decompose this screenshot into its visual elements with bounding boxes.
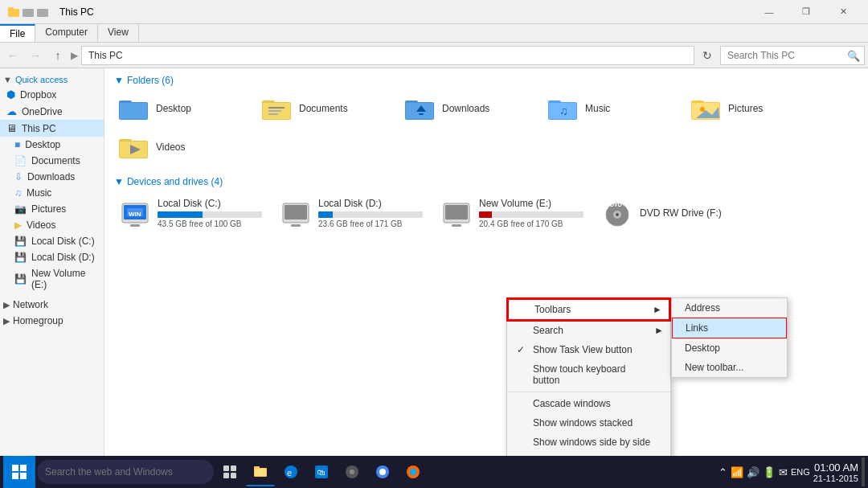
sidebar-group-quick-access[interactable]: ▼ Quick access	[0, 72, 104, 86]
ctx-separator-1	[507, 392, 670, 392]
drives-section-header[interactable]: ▼ Devices and drives (4)	[114, 176, 858, 187]
maximize-button[interactable]: ❐	[788, 0, 825, 24]
svg-text:WIN: WIN	[129, 211, 141, 218]
sidebar-item-local-c[interactable]: 💾 Local Disk (C:)	[0, 233, 104, 249]
videos-icon: ▶	[14, 219, 22, 231]
address-input[interactable]	[81, 46, 694, 65]
back-button[interactable]: ←	[3, 46, 23, 65]
folder-videos[interactable]: Videos	[114, 131, 251, 163]
drive-e[interactable]: New Volume (E:) 20.4 GB free of 170 GB	[436, 194, 588, 232]
chrome-taskbar-icon[interactable]	[368, 457, 397, 486]
folder-desktop[interactable]: Desktop	[114, 92, 251, 125]
tab-file[interactable]: File	[0, 24, 35, 42]
network-icon[interactable]: 📶	[731, 466, 743, 478]
downloads-icon: ⇩	[14, 171, 23, 182]
submenu-new-toolbar[interactable]: New toolbar...	[672, 358, 787, 377]
svg-rect-53	[231, 473, 236, 478]
edge-taskbar-icon[interactable]: e	[276, 457, 305, 486]
taskbar-search-input[interactable]	[37, 460, 214, 484]
svg-text:e: e	[287, 468, 292, 478]
submenu-desktop[interactable]: Desktop	[672, 338, 787, 358]
sidebar-item-pictures[interactable]: 📷 Pictures	[0, 201, 104, 217]
sidebar-item-new-volume[interactable]: 💾 New Volume (E:)	[0, 265, 104, 293]
forward-button[interactable]: →	[26, 46, 45, 65]
file-explorer-taskbar-icon[interactable]	[246, 457, 275, 486]
tab-view[interactable]: View	[98, 24, 139, 42]
firefox-taskbar-icon[interactable]	[399, 457, 428, 486]
svg-rect-41	[452, 224, 461, 227]
ctx-search[interactable]: Search ►	[507, 321, 670, 340]
start-button[interactable]	[3, 456, 35, 488]
close-button[interactable]: ✕	[825, 0, 862, 24]
ctx-toolbars[interactable]: Toolbars ►	[507, 298, 670, 321]
sidebar-item-onedrive[interactable]: ☁ OneDrive	[0, 103, 104, 120]
sidebar-item-videos[interactable]: ▶ Videos	[0, 217, 104, 233]
submenu-address[interactable]: Address	[672, 298, 787, 318]
up-button[interactable]: ↑	[48, 46, 68, 65]
toolbars-arrow-icon: ►	[653, 304, 662, 315]
folders-grid: Desktop Documents	[114, 92, 858, 163]
date-display: 21-11-2015	[813, 474, 858, 483]
minimize-button[interactable]: —	[751, 0, 788, 24]
show-desktop-button[interactable]	[862, 457, 865, 486]
refresh-button[interactable]: ↻	[698, 46, 717, 65]
disk-c-icon: 💾	[14, 236, 27, 247]
svg-text:DVD: DVD	[610, 202, 622, 207]
ctx-stacked[interactable]: Show windows stacked	[507, 413, 670, 433]
folders-label: Folders (6)	[127, 75, 174, 86]
sidebar-item-local-d[interactable]: 💾 Local Disk (D:)	[0, 249, 104, 265]
sidebar-item-dropbox[interactable]: ⬢ Dropbox	[0, 86, 104, 103]
battery-icon[interactable]: 🔋	[763, 466, 776, 478]
folder-music[interactable]: ♫ Music	[543, 92, 680, 125]
svg-rect-17	[419, 113, 424, 115]
sidebar-item-this-pc[interactable]: 🖥 This PC	[0, 120, 104, 137]
drives-grid: WIN Local Disk (C:) 43.5 GB free of 100 …	[114, 194, 858, 232]
folder-pictures[interactable]: Pictures	[686, 92, 823, 125]
taskbar-clock[interactable]: 01:00 AM 21-11-2015	[813, 461, 858, 483]
folders-section-header[interactable]: ▼ Folders (6)	[114, 75, 858, 86]
svg-point-66	[410, 469, 416, 475]
folders-collapse-icon: ▼	[114, 75, 124, 86]
svg-rect-12	[268, 113, 278, 115]
svg-rect-56	[255, 469, 266, 476]
ribbon: File Computer View	[0, 24, 868, 43]
store-taskbar-icon[interactable]: 🛍	[307, 457, 336, 486]
ctx-side-by-side[interactable]: Show windows side by side	[507, 433, 670, 452]
system-tray: ⌃ 📶 🔊 🔋 ✉	[719, 466, 788, 478]
drive-d[interactable]: Local Disk (D:) 23.6 GB free of 171 GB	[275, 194, 428, 232]
drive-c[interactable]: WIN Local Disk (C:) 43.5 GB free of 100 …	[114, 194, 267, 232]
documents-icon: 📄	[14, 155, 27, 166]
search-arrow-icon: ►	[654, 325, 664, 336]
svg-point-62	[350, 470, 354, 474]
sidebar-item-documents[interactable]: 📄 Documents	[0, 153, 104, 169]
language-indicator[interactable]: ENG	[791, 467, 810, 477]
svg-rect-40	[445, 205, 468, 219]
tab-computer[interactable]: Computer	[35, 24, 98, 42]
sidebar-item-music[interactable]: ♫ Music	[0, 185, 104, 201]
ctx-task-view[interactable]: ✓ Show Task View button	[507, 340, 670, 359]
volume-icon[interactable]: 🔊	[747, 466, 760, 478]
chevron-up-icon[interactable]: ⌃	[719, 466, 727, 478]
disk-e-icon: 💾	[14, 273, 27, 285]
check-icon: ✓	[517, 344, 525, 355]
submenu-links[interactable]: Links	[672, 318, 787, 338]
svg-rect-48	[12, 473, 18, 479]
ctx-cascade[interactable]: Cascade windows	[507, 394, 670, 413]
folder-documents[interactable]: Documents	[257, 92, 394, 125]
sidebar-item-desktop[interactable]: ■ Desktop	[0, 137, 104, 153]
time-display: 01:00 AM	[813, 461, 858, 474]
settings-taskbar-icon[interactable]	[338, 457, 366, 486]
title-bar-title: This PC	[59, 6, 94, 18]
context-submenu: Address Links Desktop New toolbar...	[671, 297, 788, 378]
sidebar-group-homegroup[interactable]: ▶ Homegroup	[0, 312, 104, 328]
sidebar-group-network[interactable]: ▶ Network	[0, 296, 104, 312]
folder-downloads[interactable]: Downloads	[400, 92, 537, 125]
task-view-button[interactable]	[215, 457, 244, 486]
ctx-touch-keyboard[interactable]: Show touch keyboard button	[507, 359, 670, 390]
msg-icon[interactable]: ✉	[779, 466, 788, 478]
search-input[interactable]	[720, 46, 865, 65]
drive-f[interactable]: DVD DVD RW Drive (F:)	[596, 194, 749, 232]
svg-rect-50	[223, 465, 229, 471]
drives-collapse-icon: ▼	[114, 176, 124, 187]
sidebar-item-downloads[interactable]: ⇩ Downloads	[0, 169, 104, 185]
